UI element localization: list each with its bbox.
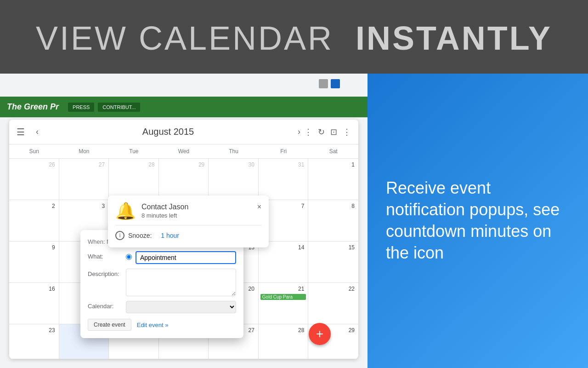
day-cell[interactable]: 31 xyxy=(259,159,309,200)
prev-month-button[interactable]: ‹ xyxy=(32,125,42,138)
right-panel: Receive event notification popups, see c… xyxy=(368,74,588,368)
left-panel: The Green Pr PRESS CONTRIBUT... ☰ ‹ Augu… xyxy=(0,74,368,368)
fullscreen-icon[interactable]: ⊡ xyxy=(330,127,337,137)
notification-title: Contact Jason xyxy=(141,203,188,211)
day-cell[interactable]: 27 xyxy=(59,159,109,200)
main-title: VIEW CALENDAR INSTANTLY xyxy=(36,19,552,57)
day-cell[interactable]: 1 xyxy=(308,159,358,200)
snooze-value[interactable]: 1 hour xyxy=(161,232,179,239)
menu-icon[interactable]: ☰ xyxy=(17,126,25,138)
calendar-header: ☰ ‹ August 2015 › ⋮ ↻ ⊡ ⋮ xyxy=(9,120,358,144)
day-header-wed: Wed xyxy=(159,144,209,159)
calendar-ext-icon[interactable] xyxy=(331,79,340,88)
dialog-what-label: What: xyxy=(88,251,122,260)
day-header-tue: Tue xyxy=(109,144,159,159)
day-cell[interactable]: 29 xyxy=(159,159,209,200)
notification-header: 🔔 Contact Jason 8 minutes left × xyxy=(115,203,261,219)
notification-divider xyxy=(115,225,261,225)
snooze-label: Snooze: xyxy=(128,232,152,239)
event-type-radio[interactable] xyxy=(126,254,132,260)
nav-contribute[interactable]: CONTRIBUT... xyxy=(98,103,140,112)
site-nav: PRESS CONTRIBUT... xyxy=(68,103,140,112)
page-header: VIEW CALENDAR INSTANTLY xyxy=(0,0,588,74)
dialog-desc-label: Description: xyxy=(88,269,122,277)
day-cell[interactable]: 15 xyxy=(308,242,358,283)
nav-press[interactable]: PRESS xyxy=(68,103,94,112)
day-cell[interactable]: 22 xyxy=(308,283,358,324)
notification-info: Contact Jason 8 minutes left xyxy=(141,203,188,219)
create-event-button[interactable]: Create event xyxy=(88,319,131,331)
dialog-desc-row: Description: xyxy=(88,269,236,296)
site-header: The Green Pr PRESS CONTRIBUT... xyxy=(0,97,368,117)
day-cell[interactable]: 9 xyxy=(9,242,59,283)
day-cell[interactable]: 8 xyxy=(308,200,358,242)
event-title-input[interactable] xyxy=(136,251,236,264)
refresh-icon[interactable]: ↻ xyxy=(318,127,325,137)
share-icon[interactable]: ⋮ xyxy=(304,127,312,137)
day-cell[interactable]: 16 xyxy=(9,283,59,324)
bell-icon: 🔔 xyxy=(115,203,136,219)
day-cell[interactable]: 28 xyxy=(109,159,159,200)
notification-time: 8 minutes left xyxy=(141,212,188,219)
day-cell[interactable]: 2 xyxy=(9,200,59,242)
day-header-sat: Sat xyxy=(308,144,358,159)
day-cell[interactable]: 28 xyxy=(259,324,309,359)
calendar-toolbar-icons: ⋮ ↻ ⊡ ⋮ xyxy=(304,127,351,137)
day-header-fri: Fri xyxy=(259,144,309,159)
month-title: August 2015 xyxy=(42,126,294,137)
day-header-mon: Mon xyxy=(59,144,109,159)
site-logo: The Green Pr xyxy=(7,102,59,112)
day-cell[interactable]: 30 xyxy=(209,159,259,200)
title-bold: INSTANTLY xyxy=(356,20,552,57)
next-month-button[interactable]: › xyxy=(294,125,304,138)
gear-icon xyxy=(319,79,328,88)
title-light: VIEW CALENDAR xyxy=(36,20,334,57)
dialog-what-row: What: xyxy=(88,251,236,264)
calendar-select[interactable] xyxy=(126,301,236,313)
event-description-input[interactable] xyxy=(126,269,236,296)
more-icon[interactable]: ⋮ xyxy=(343,127,351,137)
dialog-actions: Create event Edit event » xyxy=(88,319,236,331)
dialog-cal-row: Calendar: xyxy=(88,301,236,313)
day-header-sun: Sun xyxy=(9,144,59,159)
day-cell[interactable]: 14 xyxy=(259,242,309,283)
event-chip[interactable]: Gold Cup Para xyxy=(260,294,306,300)
extension-icons xyxy=(319,79,340,88)
dialog-cal-label: Calendar: xyxy=(88,301,122,310)
day-cell[interactable]: 21 Gold Cup Para xyxy=(259,283,309,324)
snooze-icon: i xyxy=(115,231,124,240)
notification-popup: 🔔 Contact Jason 8 minutes left × i Snooz… xyxy=(108,196,269,247)
edit-event-link[interactable]: Edit event » xyxy=(137,322,169,328)
day-cell[interactable]: 26 xyxy=(9,159,59,200)
promo-text: Receive event notification popups, see c… xyxy=(386,178,570,264)
day-header-thu: Thu xyxy=(209,144,259,159)
main-content: The Green Pr PRESS CONTRIBUT... ☰ ‹ Augu… xyxy=(0,74,588,368)
day-cell[interactable]: 23 xyxy=(9,324,59,359)
notification-close-button[interactable]: × xyxy=(257,203,261,211)
create-event-fab[interactable]: + xyxy=(309,323,331,345)
notification-snooze: i Snooze: 1 hour xyxy=(115,231,261,240)
